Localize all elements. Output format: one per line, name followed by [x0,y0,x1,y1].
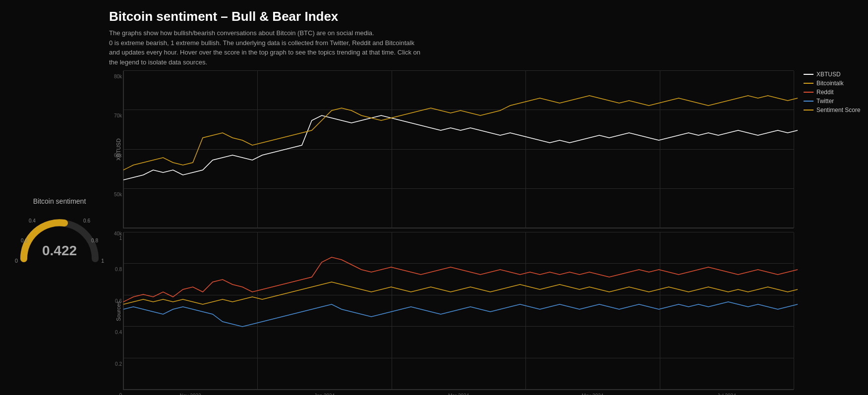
legend-label-sentiment: Sentiment Score [816,107,861,113]
main-content: Bitcoin sentiment 0 1 0.2 0.4 0.6 0.8 0.… [0,71,868,395]
gauge-value: 0.422 [42,243,77,259]
top-chart-wrapper: XBTUSD 40k 50k 60k 70k 80k [114,71,863,228]
x-tick-jul: Jul 2024 [717,393,736,395]
x-tick-mar: Mar 2024 [448,393,469,395]
x-tick-jan: Jan 2024 [314,393,335,395]
charts-section: XBTUSD Bitcointalk Reddit Twitter Sentim… [114,71,863,390]
legend-label-twitter: Twitter [816,98,834,105]
gauge-04-label: 0.4 [29,218,36,224]
bottom-chart-wrapper: Sources 0 0.2 0.4 0.6 0.8 1 Nov 2023 Jan… [114,232,863,390]
legend-label-xbtusd: XBTUSD [816,71,841,78]
legend-item-xbtusd[interactable]: XBTUSD [804,71,863,78]
page-title: Bitcoin sentiment – Bull & Bear Index [109,9,853,24]
legend-item-reddit[interactable]: Reddit [804,89,863,96]
top-chart-area[interactable]: 40k 50k 60k 70k 80k [123,71,794,228]
legend-item-bitcointalk[interactable]: Bitcointalk [804,80,863,87]
gauge-06-label: 0.6 [83,218,90,224]
gauge-08-label: 0.8 [91,238,98,243]
legend-line-twitter [804,101,813,102]
gauge-02-label: 0.2 [21,238,28,243]
legend-label-reddit: Reddit [816,89,834,96]
top-chart-svg [123,71,794,228]
legend-label-bitcointalk: Bitcointalk [816,80,844,87]
top-y-axis-label: XBTUSD [114,71,123,228]
legend-item-twitter[interactable]: Twitter [804,98,863,105]
bottom-y-axis-label: Sources [114,232,123,390]
chart-legend: XBTUSD Bitcointalk Reddit Twitter Sentim… [799,71,863,113]
page-header: Bitcoin sentiment – Bull & Bear Index Th… [0,0,868,71]
gauge-max-label: 1 [101,258,104,264]
bottom-chart-area[interactable]: 0 0.2 0.4 0.6 0.8 1 Nov 2023 Jan 2024 Ma… [123,232,794,390]
legend-line-reddit [804,92,813,93]
legend-item-sentiment[interactable]: Sentiment Score [804,107,863,113]
gauge-title: Bitcoin sentiment [33,197,86,205]
x-tick-nov: Nov 2023 [180,393,201,395]
legend-line-sentiment [804,110,813,111]
gauge-section: Bitcoin sentiment 0 1 0.2 0.4 0.6 0.8 0.… [5,71,114,390]
gauge-min-label: 0 [15,258,18,264]
legend-line-bitcointalk [804,83,813,84]
page-description: The graphs show how bullish/bearish conv… [109,28,486,67]
bottom-chart-svg [123,232,794,390]
legend-line-xbtusd [804,74,813,75]
gauge-container: 0 1 0.2 0.4 0.6 0.8 0.422 [15,209,104,264]
x-tick-may: May 2024 [581,393,603,395]
